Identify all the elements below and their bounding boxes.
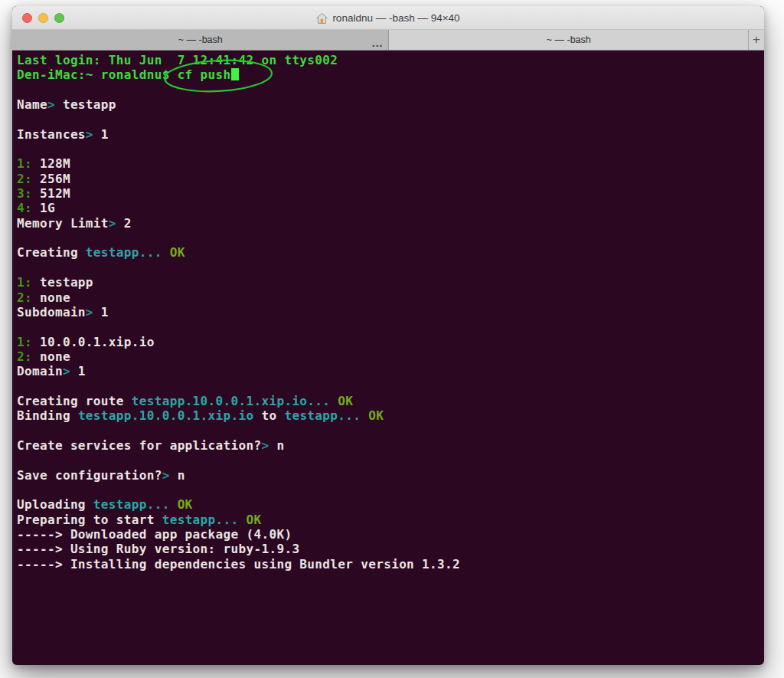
terminal-line: Domain> 1	[17, 364, 764, 378]
terminal-text-segment: OK	[368, 408, 384, 423]
terminal-line	[17, 483, 764, 497]
new-tab-button[interactable]: +	[748, 30, 764, 50]
terminal-text-segment: >	[261, 438, 269, 453]
terminal-text-segment: 2	[116, 216, 132, 231]
terminal-text-segment: 512M	[32, 186, 70, 201]
terminal-line: Creating route testapp.10.0.0.1.xip.io..…	[17, 394, 764, 408]
plus-icon: +	[753, 32, 760, 47]
terminal-text-segment: >	[86, 127, 93, 142]
terminal-line: Save configuration?> n	[17, 468, 764, 483]
terminal-text-segment: to	[253, 408, 284, 423]
window-title-text: ronaldnu — -bash — 94×40	[332, 12, 459, 24]
tab-label: ~ — -bash	[547, 34, 591, 45]
window-title: ronaldnu — -bash — 94×40	[12, 6, 764, 30]
terminal-text-segment: Preparing to start	[17, 513, 162, 527]
cursor-block	[231, 68, 239, 80]
terminal-text-segment	[361, 408, 368, 423]
terminal-text-segment	[170, 497, 178, 512]
terminal-text-segment: 2:	[17, 172, 32, 186]
terminal-window: ronaldnu — -bash — 94×40 ~ — -bash ... ~…	[12, 6, 764, 665]
terminal-text-segment: 1:	[17, 275, 32, 290]
terminal-line	[17, 379, 764, 394]
terminal-text-segment: Creating route	[17, 394, 132, 408]
terminal-line	[17, 83, 764, 97]
terminal-line	[17, 260, 764, 275]
terminal-line: 1: 128M	[17, 156, 764, 171]
terminal-text-segment	[239, 513, 247, 527]
terminal-output[interactable]: Last login: Thu Jun 7 12:41:42 on ttys00…	[12, 51, 764, 664]
terminal-text-segment: OK	[170, 245, 185, 260]
terminal-line	[17, 112, 764, 126]
terminal-line: Subdomain> 1	[17, 305, 764, 319]
terminal-line	[17, 319, 764, 334]
terminal-text-segment: Create services for application?	[17, 438, 261, 453]
terminal-text-segment: testapp...	[93, 497, 170, 512]
terminal-text-segment: >	[109, 216, 116, 231]
terminal-line: 2: none	[17, 290, 764, 305]
terminal-line: Last login: Thu Jun 7 12:41:42 on ttys00…	[17, 53, 764, 67]
terminal-line: Name> testapp	[17, 97, 764, 112]
terminal-text-segment: n	[269, 438, 284, 453]
terminal-text-segment: testapp...	[284, 408, 361, 423]
terminal-text-segment: testapp	[55, 97, 116, 112]
terminal-text-segment: OK	[247, 513, 262, 527]
terminal-line: Instances> 1	[17, 127, 764, 142]
terminal-text-segment: Last login: Thu Jun 7 12:41:42 on ttys00…	[17, 53, 338, 67]
terminal-text-segment: testapp.10.0.0.1.xip.io	[78, 408, 254, 423]
terminal-text-segment: -----> Installing dependencies using Bun…	[17, 557, 460, 572]
terminal-text-segment: n	[170, 468, 185, 483]
terminal-line	[17, 453, 764, 467]
terminal-line: Memory Limit> 2	[17, 216, 764, 231]
terminal-text-segment: 2:	[17, 349, 32, 364]
terminal-line	[17, 424, 764, 438]
terminal-text-segment: Domain	[17, 364, 63, 378]
terminal-line: -----> Downloaded app package (4.0K)	[17, 527, 764, 542]
terminal-text-segment: 10.0.0.1.xip.io	[32, 335, 155, 349]
terminal-text-segment: Subdomain	[17, 305, 86, 319]
tab-bash-inactive[interactable]: ~ — -bash	[389, 30, 748, 50]
tab-bash-active[interactable]: ~ — -bash ...	[12, 30, 389, 50]
terminal-text-segment: 3:	[17, 186, 32, 201]
terminal-line: -----> Using Ruby version: ruby-1.9.3	[17, 542, 764, 556]
terminal-text-segment: 1G	[32, 201, 55, 215]
terminal-text-segment: >	[47, 97, 55, 112]
terminal-text-segment: none	[32, 290, 70, 305]
terminal-line: 3: 512M	[17, 186, 764, 201]
terminal-line: Preparing to start testapp... OK	[17, 513, 764, 527]
terminal-line	[17, 142, 764, 156]
terminal-text-segment: Name	[17, 97, 47, 112]
desktop-background: ronaldnu — -bash — 94×40 ~ — -bash ... ~…	[0, 0, 784, 678]
terminal-text-segment: Save configuration?	[17, 468, 162, 483]
terminal-text-segment: Creating	[17, 245, 86, 260]
terminal-line: 4: 1G	[17, 201, 764, 215]
terminal-text-segment: 256M	[32, 172, 70, 186]
terminal-text-segment: >	[86, 305, 93, 319]
terminal-text-segment: 4:	[17, 201, 32, 215]
terminal-text-segment: Memory Limit	[17, 216, 109, 231]
terminal-text-segment: 1	[93, 305, 109, 319]
terminal-text-segment: >	[63, 364, 70, 378]
terminal-text-segment: testapp	[32, 275, 93, 290]
terminal-text-segment: >	[162, 468, 170, 483]
terminal-text-segment: testapp.10.0.0.1.xip.io...	[132, 394, 331, 408]
terminal-text-segment: OK	[178, 497, 193, 512]
terminal-line: 1: testapp	[17, 275, 764, 290]
terminal-text-segment: Binding	[17, 408, 78, 423]
tab-label: ~ — -bash	[178, 34, 223, 45]
terminal-line: Uploading testapp... OK	[17, 497, 764, 512]
terminal-text-segment: -----> Downloaded app package (4.0K)	[17, 527, 292, 542]
terminal-line: 1: 10.0.0.1.xip.io	[17, 335, 764, 349]
terminal-text-segment: Uploading	[17, 497, 93, 512]
terminal-text-segment: none	[32, 349, 70, 364]
terminal-text-segment: 1	[93, 127, 109, 142]
terminal-line: Create services for application?> n	[17, 438, 764, 453]
window-titlebar[interactable]: ronaldnu — -bash — 94×40	[12, 6, 764, 30]
terminal-line: 2: 256M	[17, 172, 764, 186]
terminal-line: Den-iMac:~ ronaldnu$ cf push	[17, 67, 764, 82]
ellipsis-icon[interactable]: ...	[372, 37, 384, 49]
terminal-text-segment: -----> Using Ruby version: ruby-1.9.3	[17, 542, 299, 556]
terminal-text-segment: 128M	[32, 156, 70, 171]
terminal-line: Creating testapp... OK	[17, 245, 764, 260]
terminal-text-segment: Den-iMac:~ ronaldnu$ cf push	[17, 67, 231, 82]
terminal-line	[17, 231, 764, 245]
